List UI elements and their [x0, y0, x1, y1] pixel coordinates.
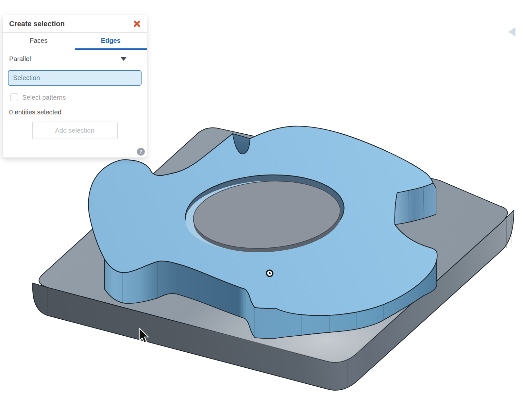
- close-button[interactable]: [132, 19, 142, 28]
- filter-dropdown-value: Parallel: [9, 55, 31, 63]
- app-root: { "dialog": { "title": "Create selection…: [0, 0, 523, 420]
- tab-edges[interactable]: Edges: [75, 33, 147, 50]
- origin-point-marker[interactable]: [267, 270, 273, 277]
- selection-input[interactable]: [8, 70, 142, 86]
- create-selection-dialog: Create selection Faces Edges Parallel Se…: [3, 15, 147, 158]
- panel-collapse-chevron-icon[interactable]: [508, 27, 515, 37]
- chevron-down-icon: [121, 57, 127, 61]
- dialog-header: Create selection: [3, 15, 147, 32]
- filter-dropdown[interactable]: Parallel: [3, 50, 147, 68]
- add-selection-button[interactable]: Add selection: [32, 122, 118, 139]
- select-patterns-checkbox[interactable]: [10, 93, 18, 101]
- tab-faces[interactable]: Faces: [3, 33, 75, 50]
- dialog-title: Create selection: [9, 20, 65, 28]
- entities-status: 0 entities selected: [9, 109, 147, 116]
- close-icon: [133, 20, 141, 27]
- dropdown-divider: [8, 68, 134, 68]
- select-patterns-option[interactable]: Select patterns: [10, 93, 147, 101]
- select-patterns-label: Select patterns: [22, 94, 66, 101]
- help-icon[interactable]: ?: [137, 148, 145, 156]
- selection-tabs: Faces Edges: [3, 33, 147, 50]
